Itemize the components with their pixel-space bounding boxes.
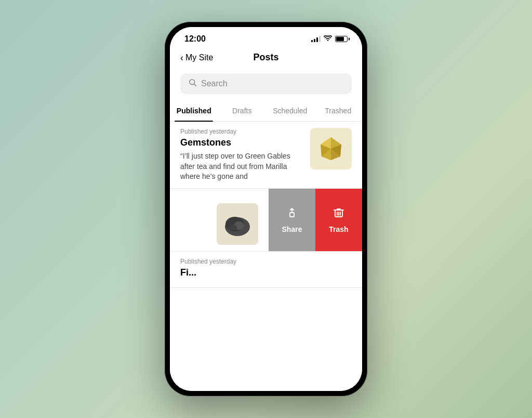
svg-point-0 (327, 40, 328, 41)
wifi-icon (324, 35, 332, 43)
trash-icon (332, 206, 345, 222)
post-item-third: Published yesterday Fi... ··· (170, 252, 362, 288)
post-content-swiped: Published yesterday one afternoon in ear… (170, 189, 269, 251)
back-button[interactable]: ‹ My Site (180, 53, 213, 62)
signal-bars-icon (311, 36, 321, 42)
post-meta-2: Published yesterday (170, 195, 210, 202)
trash-label: Trash (329, 225, 348, 233)
svg-point-13 (229, 225, 237, 231)
tabs-container: Published Drafts Scheduled Trashed (170, 100, 362, 122)
status-bar: 12:00 (170, 27, 362, 48)
post-title-1: Gemstones (180, 137, 304, 148)
post-thumbnail-gem (310, 128, 352, 169)
status-time: 12:00 (184, 34, 206, 44)
post-meta-1: Published yesterday (180, 128, 304, 135)
back-chevron-icon: ‹ (180, 53, 183, 62)
search-input[interactable]: Search (180, 73, 352, 94)
search-placeholder: Search (201, 79, 228, 88)
post-thumbnail-rock (217, 203, 258, 245)
post-excerpt-1: “I’ll just step over to Green Gables aft… (180, 151, 304, 182)
svg-rect-14 (290, 213, 294, 217)
search-container: Search (170, 69, 362, 100)
phone-frame: 12:00 (165, 22, 367, 396)
post-content-third: Published yesterday Fi... (170, 252, 362, 288)
battery-icon (335, 36, 348, 42)
post-meta-3: Published yesterday (180, 258, 352, 265)
post-item-gemstones: Published yesterday Gemstones “I’ll just… (170, 122, 362, 189)
post-content-gemstones: Published yesterday Gemstones “I’ll just… (170, 122, 362, 188)
tab-trashed[interactable]: Trashed (314, 100, 363, 121)
trash-action-button[interactable]: Trash (315, 189, 362, 251)
content-area: Published yesterday Gemstones “I’ll just… (170, 122, 362, 391)
app-header: ‹ My Site Posts (170, 48, 362, 69)
page-title: Posts (253, 52, 278, 63)
share-action-button[interactable]: Share (269, 189, 315, 251)
share-label: Share (282, 225, 302, 233)
post-excerpt-2: one afternoon in earlyming in at the win… (170, 204, 210, 226)
tab-published[interactable]: Published (170, 100, 218, 121)
tab-scheduled[interactable]: Scheduled (266, 100, 314, 121)
search-icon (189, 79, 197, 89)
share-icon (286, 206, 298, 222)
back-label: My Site (185, 53, 213, 62)
svg-line-2 (194, 84, 196, 86)
tab-drafts[interactable]: Drafts (218, 100, 267, 121)
status-icons (311, 35, 348, 43)
post-item-swiped: Published yesterday one afternoon in ear… (170, 189, 362, 252)
post-title-3: Fi... (180, 267, 352, 278)
phone-screen: 12:00 (170, 27, 362, 391)
swipe-actions: Share Tr (269, 189, 362, 251)
